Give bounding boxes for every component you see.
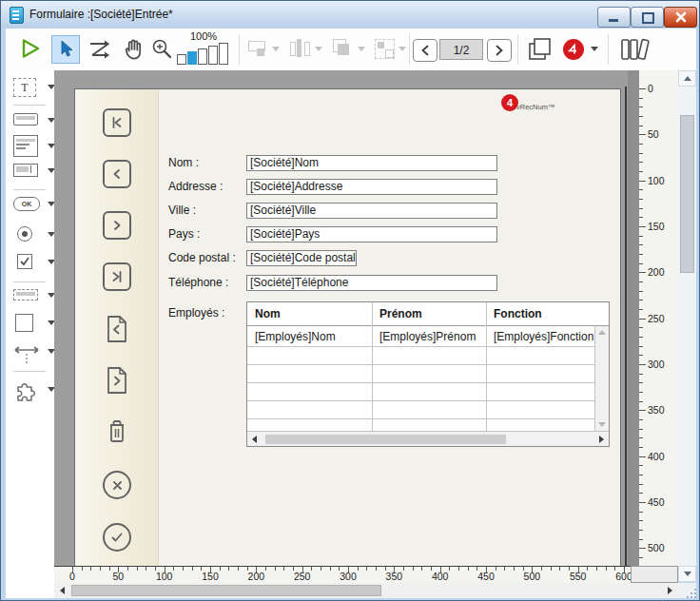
table-scroll-left-icon[interactable] [252, 436, 257, 443]
explorer-button[interactable] [619, 37, 651, 62]
horizontal-scrollbar[interactable] [54, 583, 678, 598]
text-tool[interactable]: T [10, 76, 42, 101]
next-page-nav-button[interactable] [103, 366, 131, 395]
form-page[interactable]: 4 vRecNum™ Nom : [Société]Nom Addresse :… [74, 88, 621, 566]
close-button[interactable] [664, 7, 697, 28]
field-addresse[interactable]: [Société]Addresse [246, 179, 497, 195]
button-tool-icon: OK [13, 197, 40, 211]
form-editor-window: Formulaire :[Société]Entrée* 100% [0, 0, 700, 601]
field-nom[interactable]: [Société]Nom [246, 155, 497, 171]
zoom-bar-3[interactable] [198, 48, 207, 65]
vertical-scrollbar[interactable] [678, 70, 696, 582]
distribute-dropdown-arrow[interactable] [315, 47, 322, 51]
delete-record-button[interactable] [103, 417, 131, 446]
table-vertical-scrollbar[interactable] [594, 326, 609, 431]
form-pages-button[interactable] [527, 37, 554, 62]
column-header-fonction[interactable]: Fonction [486, 307, 595, 320]
scroll-up-button[interactable] [678, 70, 696, 87]
column-header-prenom[interactable]: Prénom [372, 307, 486, 320]
plugin-tool[interactable] [10, 378, 42, 403]
scroll-left-button[interactable] [54, 583, 70, 598]
execute-form-button[interactable] [19, 37, 43, 60]
variable-dropdown-arrow[interactable] [591, 47, 598, 51]
table-scrollbar-thumb[interactable] [265, 435, 506, 444]
field-telephone[interactable]: [Société]Téléphone [246, 275, 497, 291]
maximize-button[interactable] [631, 7, 664, 28]
checkbox-tool[interactable] [10, 252, 42, 277]
cancel-button[interactable] [103, 471, 131, 499]
field-ville[interactable]: [Société]Ville [246, 203, 497, 219]
form-canvas[interactable]: 4 vRecNum™ Nom : [Société]Nom Addresse :… [54, 70, 678, 566]
minimize-button[interactable] [597, 7, 631, 28]
zoom-tool-button[interactable] [149, 37, 174, 62]
window-title: Formulaire :[Société]Entrée* [29, 8, 173, 21]
distribute-objects-button[interactable] [290, 39, 309, 58]
align-dropdown-arrow[interactable] [272, 47, 280, 51]
cell-employes-nom[interactable]: [Employés]Nom [247, 330, 372, 343]
button-tool[interactable]: OK [10, 195, 42, 220]
employees-listbox[interactable]: Nom Prénom Fonction [Employés]Nom [Emplo… [246, 301, 610, 447]
zoom-bar-1[interactable] [177, 54, 186, 65]
cell-employes-fonction[interactable]: [Employés]Fonction [486, 330, 595, 343]
duplicate-grid-button[interactable] [375, 39, 396, 59]
object-palette: T OK [6, 70, 55, 598]
zoom-bar-5[interactable] [219, 43, 228, 65]
first-record-button[interactable] [103, 108, 131, 137]
table-scroll-up-icon[interactable] [598, 330, 606, 335]
field-code-postal[interactable]: [Société]Code postal [246, 250, 357, 266]
entry-order-icon [88, 39, 112, 60]
cell-employes-prenom[interactable]: [Employés]Prénom [372, 330, 486, 343]
table-scroll-down-icon[interactable] [598, 422, 606, 427]
next-page-button[interactable] [487, 39, 512, 62]
trash-icon [106, 418, 128, 445]
splitter-tool[interactable] [10, 340, 42, 365]
horizontal-scrollbar-thumb[interactable] [71, 585, 381, 596]
vertical-scrollbar-thumb[interactable] [680, 115, 694, 273]
canvas-margin-band [628, 70, 639, 566]
previous-page-button[interactable] [413, 39, 438, 62]
distribute-icon [290, 39, 309, 58]
form-limit-line [625, 87, 627, 566]
zoom-bar-4[interactable] [208, 46, 218, 65]
table-scroll-right-icon[interactable] [599, 436, 604, 443]
vertical-ruler: 050100150200250300350400450500 [639, 70, 678, 566]
combo-tool[interactable] [10, 162, 42, 186]
field-label-code-postal: Code postal : [168, 250, 244, 266]
move-level-button[interactable] [333, 39, 354, 58]
check-icon [110, 532, 124, 543]
next-record-icon [109, 218, 125, 233]
last-record-icon [109, 269, 125, 284]
level-dropdown-arrow[interactable] [358, 47, 365, 51]
scroll-down-button[interactable] [678, 566, 696, 582]
validate-button[interactable] [103, 523, 131, 552]
minimize-icon [609, 19, 618, 22]
field-pays[interactable]: [Société]Pays [246, 226, 497, 242]
previous-record-button[interactable] [103, 160, 131, 188]
zoom-bar-2-active[interactable] [187, 51, 197, 65]
form-document-icon [10, 7, 24, 24]
hand-tool-button[interactable] [121, 37, 146, 62]
listbox-tool-icon [13, 135, 38, 157]
column-header-nom[interactable]: Nom [247, 307, 372, 320]
scroll-up-icon [684, 76, 691, 81]
radio-tool[interactable] [10, 224, 42, 249]
duplicate-dropdown-arrow[interactable] [399, 47, 406, 51]
entry-order-tool-button[interactable] [88, 39, 112, 60]
scroll-right-button[interactable] [662, 583, 678, 598]
pointer-tool-button[interactable] [51, 35, 80, 64]
align-objects-button[interactable] [248, 41, 267, 56]
zoom-bars[interactable] [177, 42, 230, 65]
splitter-tool-icon [13, 340, 40, 365]
dynamic-variable-button[interactable] [563, 39, 584, 60]
resize-grip[interactable] [678, 583, 696, 598]
navigation-strip [75, 89, 159, 566]
static-field-tool[interactable] [10, 287, 42, 312]
plugin-tool-icon [13, 378, 38, 403]
last-record-button[interactable] [103, 262, 131, 291]
listbox-tool[interactable] [10, 133, 42, 158]
next-record-button[interactable] [103, 211, 131, 240]
previous-page-nav-button[interactable] [103, 315, 131, 343]
table-horizontal-scrollbar[interactable] [247, 431, 609, 446]
align-icon [248, 41, 267, 56]
rectangle-tool[interactable] [10, 312, 42, 337]
